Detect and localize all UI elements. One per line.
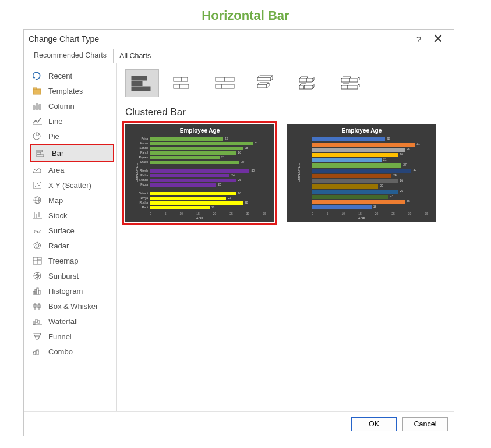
pie-icon <box>32 131 43 141</box>
svg-rect-8 <box>37 152 41 154</box>
svg-rect-1 <box>33 88 37 90</box>
bar-row: Sohan28 <box>150 147 266 150</box>
bar-row: Ritesh30 <box>150 169 266 173</box>
sidebar-item-label: Sunburst <box>48 272 79 280</box>
sidebar-item-templates[interactable]: Templates <box>27 83 116 98</box>
sidebar-item-funnel[interactable]: Funnel <box>27 329 116 344</box>
value-label: 28 <box>245 146 248 150</box>
sidebar-item-label: Line <box>48 117 63 126</box>
bar: 26 <box>312 190 398 194</box>
value-label: 22 <box>225 137 228 140</box>
bar-row: Rani18 <box>150 206 266 209</box>
bar-row: 24 <box>312 174 428 178</box>
sidebar-item-pie[interactable]: Pie <box>27 129 116 144</box>
bar: 30 <box>312 169 411 173</box>
bar: 28 <box>150 147 243 150</box>
sidebar-item-box-whisker[interactable]: Box & Whisker <box>27 298 116 314</box>
chart-preview-multicolor[interactable]: Employee AgeEMPLOYEEAGE22312826212730242… <box>287 124 436 222</box>
tab-all-charts[interactable]: All Charts <box>113 49 157 63</box>
svg-point-12 <box>35 186 36 187</box>
bar-row: 26 <box>312 153 428 157</box>
sidebar-item-label: Waterfall <box>48 317 78 326</box>
subtype-3d-clustered-bar[interactable] <box>251 69 285 97</box>
bar-row: 26 <box>312 179 428 183</box>
sidebar-item-label: Box & Whisker <box>48 302 98 311</box>
cancel-button[interactable]: Cancel <box>402 417 448 431</box>
sidebar-item-recent[interactable]: Recent <box>27 68 116 83</box>
sidebar-item-combo[interactable]: Combo <box>27 344 116 359</box>
sidebar-item-map[interactable]: Map <box>27 193 116 208</box>
sidebar-item-label: Pie <box>48 132 59 141</box>
bar-row: Divya23 <box>150 197 266 200</box>
sidebar-item-x-y-scatter-[interactable]: X Y (Scatter) <box>27 177 116 193</box>
value-label: 31 <box>255 141 258 145</box>
svg-rect-56 <box>179 84 189 88</box>
sidebar-item-radar[interactable]: Radar <box>27 238 116 253</box>
bar: 26 <box>312 153 398 157</box>
bar: 26 <box>150 192 236 195</box>
svg-rect-3 <box>36 104 38 109</box>
category-label: Rani <box>142 205 148 209</box>
sidebar-item-sunburst[interactable]: Sunburst <box>27 268 116 283</box>
sidebar-item-label: Funnel <box>48 332 72 341</box>
svg-rect-58 <box>225 77 234 81</box>
svg-marker-45 <box>34 333 41 339</box>
sidebar-item-line[interactable]: Line <box>27 113 116 129</box>
sidebar-item-surface[interactable]: Surface <box>27 223 116 238</box>
sidebar-item-treemap[interactable]: Treemap <box>27 253 116 268</box>
waterfall-icon <box>32 317 43 326</box>
sidebar-item-area[interactable]: Area <box>27 162 116 177</box>
tab-recommended-charts[interactable]: Recommended Charts <box>27 48 113 63</box>
subtype-stacked-bar[interactable] <box>167 69 201 97</box>
svg-rect-36 <box>38 290 40 294</box>
svg-rect-59 <box>216 84 221 88</box>
svg-point-13 <box>37 183 38 184</box>
close-button[interactable] <box>427 34 449 44</box>
bar-row: 22 <box>312 137 428 141</box>
bar: 27 <box>150 161 239 164</box>
svg-rect-52 <box>132 87 150 91</box>
subtype-3d-stacked-bar[interactable] <box>293 69 327 97</box>
subtype-3d-100-stacked-bar[interactable] <box>335 69 369 97</box>
sidebar-item-label: Stock <box>48 211 68 220</box>
recent-icon <box>32 71 43 80</box>
chart-preview-grouped[interactable]: Employee AgeEMPLOYEEAGEPriya22Karan31Soh… <box>125 124 274 222</box>
sidebar-item-waterfall[interactable]: Waterfall <box>27 314 116 329</box>
value-label: 26 <box>400 189 404 193</box>
bar-row: Rohan26 <box>150 179 266 182</box>
subtype-clustered-bar[interactable] <box>125 69 159 97</box>
subtype-100-stacked-bar[interactable] <box>209 69 243 97</box>
ok-button[interactable]: OK <box>351 417 397 431</box>
sidebar-item-label: Area <box>48 166 64 175</box>
bar-row: Rahul26 <box>150 151 266 155</box>
sidebar-item-column[interactable]: Column <box>27 98 116 113</box>
bar-row: Richa24 <box>150 174 266 177</box>
bars-container: 2231282621273024262026232818 <box>312 137 428 211</box>
svg-rect-42 <box>36 319 37 322</box>
radar-icon <box>32 241 43 250</box>
sidebar-item-stock[interactable]: Stock <box>27 208 116 223</box>
value-label: 27 <box>241 160 245 163</box>
value-label: 20 <box>380 184 383 187</box>
value-label: 28 <box>407 147 410 151</box>
x-y-scatter--icon <box>32 180 43 190</box>
value-label: 31 <box>416 142 420 145</box>
subtype-row <box>125 69 446 97</box>
bar-row: 21 <box>312 158 428 162</box>
bar-row: 18 <box>312 205 428 209</box>
value-label: 21 <box>383 158 387 161</box>
value-label: 26 <box>400 152 404 156</box>
sidebar-item-histogram[interactable]: Histogram <box>27 283 116 298</box>
svg-point-15 <box>40 182 41 183</box>
sidebar-item-bar[interactable]: Bar <box>31 145 113 161</box>
value-label: 26 <box>238 178 242 182</box>
svg-rect-51 <box>132 81 142 86</box>
bar: 18 <box>312 205 372 209</box>
category-label: Pooja <box>140 183 148 186</box>
value-label: 21 <box>221 155 225 159</box>
svg-rect-43 <box>38 321 40 323</box>
sidebar-item-label: Column <box>48 102 75 111</box>
help-button[interactable]: ? <box>411 34 427 44</box>
sidebar-item-label: Recent <box>48 72 72 80</box>
dialog-tabs: Recommended Charts All Charts <box>24 48 454 63</box>
